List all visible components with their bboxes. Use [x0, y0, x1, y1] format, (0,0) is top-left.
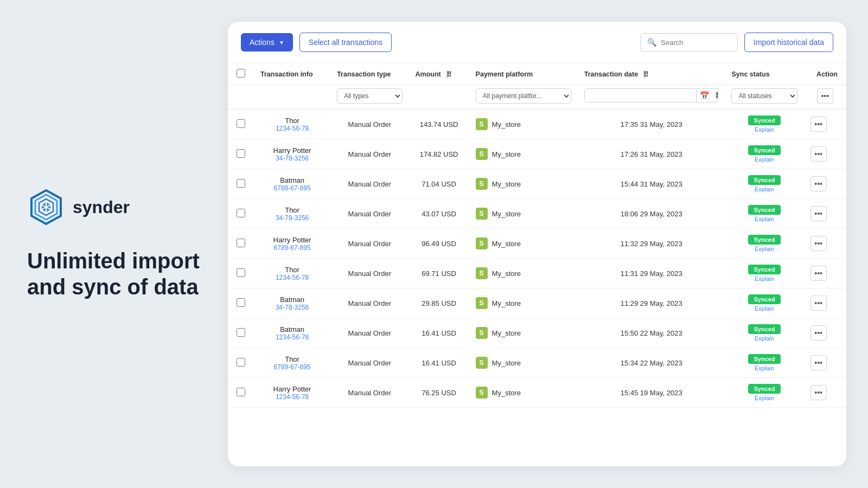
- filter-platform: All payment platfor...: [469, 85, 578, 110]
- row-action-button[interactable]: •••: [810, 355, 827, 370]
- explain-link[interactable]: Explain: [731, 395, 797, 401]
- row-date: 15:50 22 May, 2023: [578, 318, 725, 348]
- explain-link[interactable]: Explain: [731, 335, 797, 342]
- platform-name: My_store: [492, 240, 521, 248]
- platform-name: My_store: [492, 329, 521, 337]
- row-action-button[interactable]: •••: [810, 236, 827, 251]
- row-date: 17:35 31 May, 2023: [578, 110, 725, 139]
- transaction-id[interactable]: 34-78-3256: [260, 155, 324, 162]
- transaction-name: Batman: [260, 176, 324, 184]
- row-amount: 69.71 USD: [409, 259, 469, 288]
- row-platform: S My_store: [469, 259, 578, 288]
- row-action-button[interactable]: •••: [810, 206, 827, 221]
- platform-filter-select[interactable]: All payment platfor...: [476, 88, 571, 104]
- row-action-button[interactable]: •••: [810, 266, 827, 281]
- row-platform: S My_store: [469, 318, 578, 348]
- logo-area: synder: [27, 188, 201, 226]
- row-type: Manual Order: [330, 318, 409, 348]
- date-filter-input[interactable]: [585, 89, 697, 102]
- table-wrapper: Transaction info Transaction type Amount…: [228, 63, 846, 466]
- select-all-checkbox[interactable]: [237, 69, 245, 78]
- row-checkbox-7[interactable]: [237, 328, 245, 337]
- row-checkbox-cell: [228, 318, 254, 348]
- row-action-button[interactable]: •••: [810, 296, 827, 311]
- explain-link[interactable]: Explain: [731, 126, 797, 133]
- logo-text: synder: [73, 197, 130, 217]
- date-resize-handle[interactable]: ⠿: [643, 70, 646, 78]
- table-row: Thor 34-78-3256 Manual Order 43.07 USD S…: [228, 199, 846, 229]
- explain-link[interactable]: Explain: [731, 275, 797, 282]
- row-checkbox-9[interactable]: [237, 388, 245, 396]
- search-icon: 🔍: [647, 38, 656, 47]
- table-row: Thor 1234-56-78 Manual Order 69.71 USD S…: [228, 259, 846, 288]
- transaction-id[interactable]: 34-78-3256: [260, 214, 324, 222]
- row-sync-status: Synced Explain: [725, 110, 803, 139]
- row-action-cell: •••: [804, 259, 846, 288]
- actions-button[interactable]: Actions ▼: [241, 33, 293, 52]
- row-action-button[interactable]: •••: [810, 325, 827, 341]
- explain-link[interactable]: Explain: [731, 365, 797, 371]
- row-date: 17:26 31 May, 2023: [578, 139, 725, 169]
- transaction-id[interactable]: 1234-56-78: [260, 333, 324, 341]
- row-transaction-info: Harry Potter 6789-67-895: [254, 229, 330, 259]
- explain-link[interactable]: Explain: [731, 156, 797, 163]
- row-transaction-info: Thor 1234-56-78: [254, 110, 330, 139]
- import-historical-button[interactable]: Import historical data: [744, 33, 833, 52]
- filter-transaction-info: [254, 85, 330, 110]
- explain-link[interactable]: Explain: [731, 246, 797, 252]
- transaction-id[interactable]: 1234-56-78: [260, 393, 324, 401]
- row-checkbox-2[interactable]: [237, 179, 245, 188]
- row-amount: 16.41 USD: [409, 318, 469, 348]
- row-type: Manual Order: [330, 110, 409, 139]
- transaction-id[interactable]: 6789-67-895: [260, 244, 324, 252]
- date-filter-resize-handle[interactable]: ⠿: [716, 92, 718, 99]
- synced-badge: Synced: [748, 235, 780, 245]
- row-checkbox-3[interactable]: [237, 209, 245, 217]
- calendar-icon[interactable]: 📅: [696, 89, 712, 102]
- row-action-button[interactable]: •••: [810, 385, 827, 400]
- row-checkbox-8[interactable]: [237, 358, 245, 367]
- tagline: Unlimited import and sync of data: [27, 248, 201, 300]
- row-checkbox-5[interactable]: [237, 268, 245, 277]
- row-action-button[interactable]: •••: [810, 176, 827, 191]
- row-checkbox-4[interactable]: [237, 239, 245, 247]
- platform-name: My_store: [492, 359, 521, 367]
- transaction-id[interactable]: 34-78-3256: [260, 304, 324, 311]
- transaction-id[interactable]: 6789-67-895: [260, 184, 324, 192]
- explain-link[interactable]: Explain: [731, 216, 797, 222]
- row-amount: 71.04 USD: [409, 169, 469, 199]
- row-sync-status: Synced Explain: [725, 318, 803, 348]
- row-action-button[interactable]: •••: [810, 117, 827, 132]
- filter-status: All statuses: [725, 85, 803, 110]
- status-filter-select[interactable]: All statuses: [731, 88, 797, 104]
- row-checkbox-cell: [228, 288, 254, 318]
- type-filter-select[interactable]: All types: [337, 88, 402, 104]
- explain-link[interactable]: Explain: [731, 305, 797, 312]
- row-type: Manual Order: [330, 259, 409, 288]
- row-transaction-info: Batman 34-78-3256: [254, 288, 330, 318]
- transaction-name: Batman: [260, 296, 324, 304]
- row-checkbox-cell: [228, 169, 254, 199]
- row-amount: 29.85 USD: [409, 288, 469, 318]
- filter-action-btn[interactable]: •••: [817, 88, 833, 104]
- amount-resize-handle[interactable]: ⠿: [446, 70, 449, 78]
- synced-badge: Synced: [748, 354, 780, 364]
- row-sync-status: Synced Explain: [725, 169, 803, 199]
- row-checkbox-6[interactable]: [237, 298, 245, 307]
- row-sync-status: Synced Explain: [725, 348, 803, 378]
- row-transaction-info: Batman 1234-56-78: [254, 318, 330, 348]
- shopify-icon: S: [476, 357, 488, 369]
- transaction-id[interactable]: 1234-56-78: [260, 274, 324, 281]
- row-action-button[interactable]: •••: [810, 146, 827, 162]
- row-checkbox-1[interactable]: [237, 149, 245, 158]
- table-body: Thor 1234-56-78 Manual Order 143.74 USD …: [228, 110, 846, 408]
- th-action: Action: [804, 63, 846, 85]
- transaction-id[interactable]: 6789-67-895: [260, 363, 324, 371]
- transaction-name: Harry Potter: [260, 146, 324, 155]
- row-checkbox-cell: [228, 199, 254, 229]
- transaction-id[interactable]: 1234-56-78: [260, 125, 324, 132]
- row-checkbox-0[interactable]: [237, 119, 245, 128]
- select-all-button[interactable]: Select all transactions: [299, 33, 392, 52]
- search-input[interactable]: [661, 38, 731, 47]
- explain-link[interactable]: Explain: [731, 186, 797, 192]
